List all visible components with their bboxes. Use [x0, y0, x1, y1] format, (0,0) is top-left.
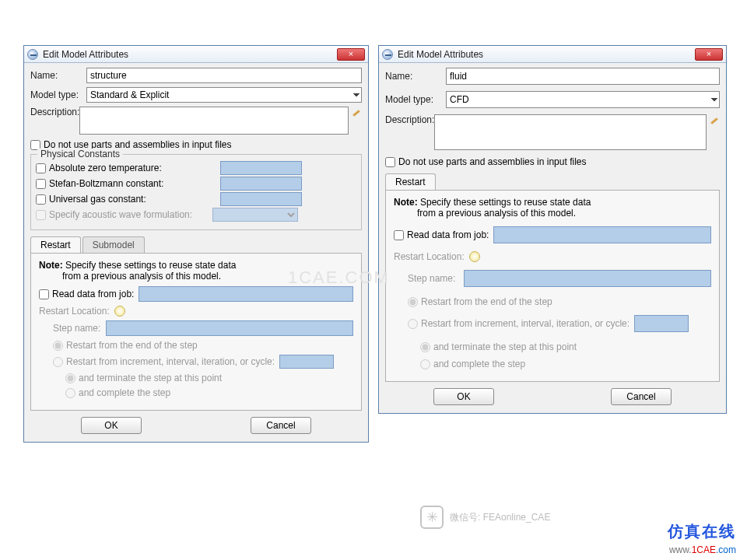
- tip-icon[interactable]: [114, 306, 125, 317]
- stepname-label: Step name:: [53, 323, 106, 334]
- complete-radio: [65, 388, 75, 398]
- restart-increment-input: [634, 315, 689, 332]
- physical-constants-group: Physical Constants Absolute zero tempera…: [30, 154, 362, 230]
- watermark-text: 微信号: FEAonline_CAE: [450, 511, 550, 524]
- titlebar[interactable]: Edit Model Attributes ×: [379, 46, 726, 63]
- edit-model-attributes-dialog-right: Edit Model Attributes × Name: Model type…: [378, 45, 727, 414]
- modeltype-label: Model type:: [385, 94, 446, 105]
- physical-constants-label: Physical Constants: [37, 149, 123, 159]
- name-label: Name:: [385, 71, 446, 82]
- cancel-button[interactable]: Cancel: [251, 417, 311, 434]
- restart-end-label: Restart from the end of the step: [421, 296, 552, 307]
- stefan-input[interactable]: [220, 177, 302, 191]
- readjob-checkbox[interactable]: [394, 230, 404, 240]
- abszero-input[interactable]: [220, 161, 302, 175]
- close-icon[interactable]: ×: [695, 48, 723, 61]
- stepname-label: Step name:: [408, 273, 464, 284]
- restart-end-radio: [408, 297, 418, 307]
- acoustic-checkbox: [36, 210, 46, 220]
- readjob-label: Read data from job:: [52, 289, 134, 299]
- terminate-radio: [420, 342, 430, 352]
- dialog-title: Edit Model Attributes: [398, 49, 695, 60]
- restart-increment-label: Restart from increment, interval, iterat…: [421, 318, 630, 329]
- note-text1: Specify these settings to reuse state da…: [65, 260, 236, 271]
- readjob-input[interactable]: [493, 226, 711, 243]
- readjob-label: Read data from job:: [407, 229, 489, 240]
- tab-restart[interactable]: Restart: [30, 236, 81, 253]
- terminate-radio: [65, 373, 75, 383]
- note-text2: from a previous analysis of this model.: [417, 208, 576, 219]
- dialog-title: Edit Model Attributes: [43, 49, 337, 60]
- terminate-label: and terminate the step at this point: [433, 341, 577, 352]
- cancel-button[interactable]: Cancel: [611, 388, 672, 405]
- description-label: Description:: [30, 107, 79, 117]
- tab-restart[interactable]: Restart: [385, 173, 436, 190]
- acoustic-select: [212, 208, 298, 222]
- app-icon: [27, 49, 38, 60]
- name-input[interactable]: [446, 68, 720, 85]
- watermark-wechat: ✳ 微信号: FEAonline_CAE: [420, 506, 550, 529]
- readjob-checkbox[interactable]: [39, 289, 49, 299]
- noparts-label: Do not use parts and assemblies in input…: [398, 156, 586, 167]
- modeltype-select[interactable]: Standard & Explicit: [86, 87, 362, 103]
- restart-increment-input: [279, 355, 334, 369]
- noparts-checkbox[interactable]: [385, 157, 395, 167]
- edit-model-attributes-dialog-left: Edit Model Attributes × Name: Model type…: [23, 45, 369, 443]
- ok-button[interactable]: OK: [81, 417, 142, 434]
- ok-button[interactable]: OK: [433, 388, 494, 405]
- restart-increment-label: Restart from increment, interval, iterat…: [66, 356, 275, 367]
- readjob-input[interactable]: [139, 286, 353, 302]
- stepname-input[interactable]: [106, 320, 353, 336]
- footer-cn: 仿真在线: [668, 521, 736, 542]
- edit-icon[interactable]: [352, 107, 362, 119]
- app-icon: [382, 49, 393, 60]
- description-label: Description:: [385, 114, 434, 125]
- abszero-label: Absolute zero temperature:: [49, 163, 205, 173]
- restartloc-label: Restart Location:: [39, 306, 110, 317]
- acoustic-label: Specify acoustic wave formulation:: [49, 209, 212, 220]
- note-label: Note:: [394, 197, 418, 208]
- restart-end-radio: [53, 341, 63, 351]
- ugas-input[interactable]: [220, 192, 302, 206]
- note-text1: Specify these settings to reuse state da…: [420, 197, 591, 208]
- edit-icon[interactable]: [710, 114, 720, 127]
- name-label: Name:: [30, 70, 86, 81]
- stefan-checkbox[interactable]: [36, 179, 46, 189]
- restart-increment-radio: [53, 357, 63, 367]
- titlebar[interactable]: Edit Model Attributes ×: [24, 46, 368, 63]
- footer-url: www.1CAE.com: [668, 542, 736, 555]
- note-label: Note:: [39, 260, 63, 271]
- name-input[interactable]: [86, 68, 362, 83]
- modeltype-select[interactable]: CFD: [446, 91, 720, 108]
- ugas-label: Universal gas constant:: [49, 194, 205, 205]
- abszero-checkbox[interactable]: [36, 163, 46, 173]
- restart-tab-pane: Note: Specify these settings to reuse st…: [385, 190, 720, 382]
- stefan-label: Stefan-Boltzmann constant:: [49, 178, 205, 189]
- watermark-center: 1CAE.COM: [288, 268, 390, 288]
- ugas-checkbox[interactable]: [36, 194, 46, 205]
- note-text2: from a previous analysis of this model.: [62, 271, 221, 282]
- footer: 仿真在线 www.1CAE.com: [668, 521, 736, 555]
- tab-submodel[interactable]: Submodel: [82, 236, 145, 253]
- wechat-icon: ✳: [420, 506, 444, 529]
- description-input[interactable]: [79, 107, 349, 135]
- close-icon[interactable]: ×: [337, 48, 365, 61]
- complete-label: and complete the step: [79, 387, 170, 398]
- description-input[interactable]: [434, 114, 707, 150]
- complete-radio: [420, 359, 430, 369]
- stepname-input[interactable]: [464, 270, 711, 287]
- restart-end-label: Restart from the end of the step: [66, 340, 198, 351]
- restartloc-label: Restart Location:: [394, 251, 465, 262]
- modeltype-label: Model type:: [30, 89, 86, 100]
- restart-increment-radio: [408, 319, 418, 329]
- tip-icon[interactable]: [469, 251, 480, 262]
- terminate-label: and terminate the step at this point: [79, 373, 222, 383]
- complete-label: and complete the step: [433, 359, 525, 369]
